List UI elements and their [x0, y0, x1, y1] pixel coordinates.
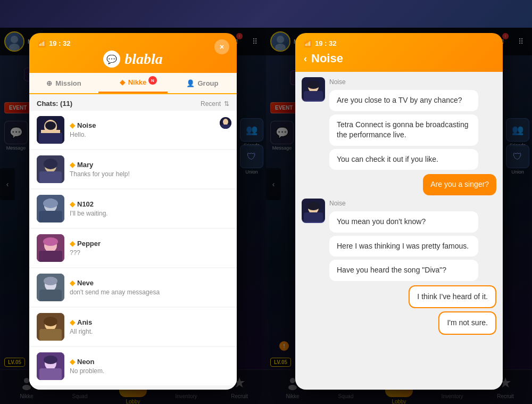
- sort-label: Recent: [201, 100, 221, 108]
- msg-bubble-5: Here I was thinking I was pretty famous.: [329, 236, 478, 257]
- svg-rect-62: [304, 212, 323, 222]
- tab-group[interactable]: 👤 Group: [168, 73, 237, 93]
- conv-back[interactable]: ‹ Noise: [304, 52, 494, 65]
- tab-nikke[interactable]: ◆ Nikke N: [98, 73, 168, 93]
- dialog-close-left[interactable]: ×: [214, 39, 229, 54]
- neon-info: ◆ Neon No problem.: [70, 358, 229, 375]
- svg-point-11: [45, 121, 56, 130]
- svg-rect-12: [41, 130, 60, 133]
- conv-status-bar: 📶 19 : 32: [304, 39, 494, 47]
- svg-point-59: [307, 80, 320, 89]
- screen-split: MATSUGAR ♦ 4,705 + 📦 561 K 🔔: [0, 28, 532, 404]
- chat-item-pepper[interactable]: ◆ Pepper ???: [29, 229, 237, 267]
- conv-title: Noise: [311, 52, 343, 65]
- chat-item-neve[interactable]: ◆ Neve don't send me anay messagesa: [29, 268, 237, 307]
- choice-2[interactable]: I'm not sure.: [438, 311, 496, 335]
- blabla-icon: 💬: [103, 51, 120, 68]
- group-label: Group: [198, 79, 219, 87]
- right-screen: MATSUGAR ♦ 4,705 + 📦 561 K 🔔: [266, 28, 532, 404]
- svg-point-39: [44, 356, 57, 364]
- pepper-info: ◆ Pepper ???: [70, 240, 229, 257]
- neve-info: ◆ Neve don't send me anay messagesa: [70, 279, 229, 296]
- mary-info: ◆ Mary Thanks for your help!: [70, 161, 229, 178]
- choice-options: I think I've heard of it. I'm not sure.: [409, 285, 496, 335]
- neon-preview: No problem.: [70, 367, 229, 375]
- blabla-text: blabla: [124, 51, 163, 68]
- msg-group-1: Noise Are you close to a TV by any chanc…: [302, 78, 496, 170]
- noise-conv-avatar: [302, 78, 325, 102]
- group-icon: 👤: [186, 79, 195, 87]
- noise-badge: [220, 117, 231, 129]
- n102-diamond: ◆: [70, 200, 75, 208]
- conv-time: 19 : 32: [315, 39, 336, 47]
- svg-rect-22: [39, 211, 62, 222]
- n102-preview: I'll be waiting.: [70, 210, 229, 217]
- noise-conv-avatar-2: [302, 200, 325, 223]
- pepper-name: ◆ Pepper: [70, 240, 229, 248]
- anis-info: ◆ Anis All right.: [70, 318, 229, 335]
- anis-avatar: [37, 313, 64, 341]
- chat-count: Chats: (11): [37, 100, 72, 108]
- pepper-preview: ???: [70, 249, 229, 257]
- msg-bubble-1: Are you close to a TV by any chance?: [329, 90, 478, 111]
- neon-name: ◆ Neon: [70, 358, 229, 366]
- pepper-diamond: ◆: [70, 240, 75, 248]
- noise-avatar: [37, 116, 64, 144]
- anis-name-text: Anis: [77, 318, 92, 326]
- msg-group-2: Noise You mean you don't know? Here I wa…: [302, 200, 496, 281]
- nikke-badge: N: [148, 76, 157, 85]
- svg-point-19: [44, 159, 57, 169]
- noise-diamond: ◆: [70, 121, 75, 129]
- neon-diamond: ◆: [70, 358, 75, 366]
- time-left: 19 : 32: [49, 39, 70, 47]
- dialog-tabs: ⊕ Mission ◆ Nikke N 👤 Group: [29, 73, 237, 94]
- n102-name-text: N102: [77, 200, 94, 208]
- blabla-logo: 💬 blabla: [103, 51, 163, 68]
- n102-info: ◆ N102 I'll be waiting.: [70, 200, 229, 217]
- chat-item-mary[interactable]: ◆ Mary Thanks for your help!: [29, 150, 237, 188]
- n102-avatar: [37, 195, 64, 222]
- chat-item-neon[interactable]: ◆ Neon No problem.: [29, 347, 237, 385]
- msg-bubble-6: Have you heard the song "Diva"?: [329, 260, 478, 281]
- msg-bubble-4: You mean you don't know?: [329, 211, 478, 233]
- mary-diamond: ◆: [70, 161, 75, 169]
- tab-mission[interactable]: ⊕ Mission: [29, 73, 98, 93]
- dialog-header-left: 📶 19 : 32 💬 blabla ×: [29, 33, 237, 73]
- svg-rect-26: [39, 251, 62, 262]
- svg-rect-58: [304, 91, 323, 101]
- msg-sender-1: Noise: [329, 78, 496, 86]
- msg-bubble-3: You can check it out if you like.: [329, 149, 478, 170]
- svg-rect-30: [39, 290, 62, 301]
- svg-point-31: [44, 277, 57, 285]
- conv-wifi-icon: 📶: [304, 40, 312, 47]
- n102-name: ◆ N102: [70, 200, 229, 208]
- chat-sort[interactable]: Recent ⇅: [201, 100, 229, 108]
- neon-name-text: Neon: [77, 358, 95, 366]
- neve-name-text: Neve: [77, 279, 94, 287]
- chat-item-anis[interactable]: ◆ Anis All right.: [29, 308, 237, 346]
- noise-name: ◆ Noise: [70, 121, 229, 129]
- back-arrow-icon: ‹: [304, 53, 307, 64]
- chat-list-header: Chats: (11) Recent ⇅: [29, 94, 237, 111]
- neve-name: ◆ Neve: [70, 279, 229, 287]
- status-bar-left: 📶 19 : 32: [38, 39, 70, 47]
- msg-bubble-sent-1: Are you a singer?: [423, 174, 496, 195]
- msg-bubble-2: Tetra Connect is gonna be broadcasting t…: [329, 114, 478, 146]
- nikke-label: Nikke: [128, 78, 147, 86]
- chat-item-noise[interactable]: ◆ Noise Hello.: [29, 111, 237, 149]
- chat-list-body: Chats: (11) Recent ⇅: [29, 94, 237, 390]
- noise-name-text: Noise: [77, 121, 96, 129]
- choice-1[interactable]: I think I've heard of it.: [409, 285, 496, 309]
- mary-name: ◆ Mary: [70, 161, 229, 169]
- neve-preview: don't send me anay messagesa: [70, 288, 229, 296]
- conv-body: Noise Are you close to a TV by any chanc…: [295, 72, 503, 390]
- svg-rect-38: [39, 368, 62, 380]
- conv-header: 📶 19 : 32 ‹ Noise: [295, 33, 503, 72]
- anis-diamond: ◆: [70, 318, 75, 326]
- neve-diamond: ◆: [70, 279, 75, 287]
- chat-item-n102[interactable]: ◆ N102 I'll be waiting.: [29, 189, 237, 228]
- anis-name: ◆ Anis: [70, 318, 229, 326]
- chat-list-overlay: 📶 19 : 32 💬 blabla × ⊕ Mission: [0, 28, 266, 404]
- conversation-overlay: 📶 19 : 32 ‹ Noise: [266, 28, 532, 404]
- pepper-name-text: Pepper: [77, 240, 101, 248]
